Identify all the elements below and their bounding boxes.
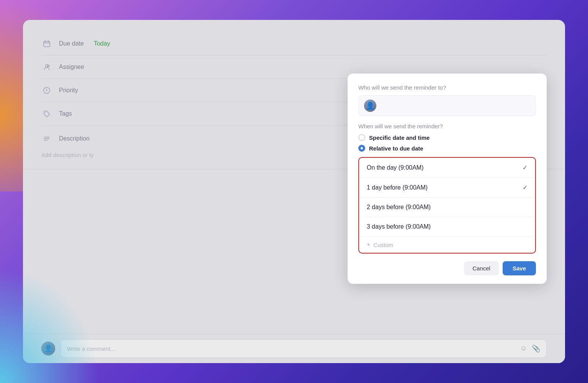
tag-icon	[41, 108, 52, 119]
radio-relative-label: Relative to due date	[369, 145, 423, 152]
option-on-day[interactable]: On the day (9:00AM) ✓	[359, 158, 535, 178]
due-date-value: Today	[94, 40, 110, 47]
svg-point-9	[45, 112, 46, 113]
svg-rect-0	[44, 41, 50, 47]
custom-label: Custom	[373, 242, 393, 248]
option-2-days[interactable]: 2 days before (9:00AM)	[359, 198, 535, 217]
check-on-day: ✓	[523, 164, 528, 171]
due-date-row[interactable]: Due date Today	[41, 32, 547, 56]
calendar-icon	[41, 38, 52, 49]
radio-specific-circle	[358, 134, 365, 141]
selected-assignee-avatar	[364, 100, 376, 112]
option-1-day-label: 1 day before (9:00AM)	[367, 184, 428, 191]
radio-specific[interactable]: Specific date and time	[358, 134, 536, 141]
svg-point-8	[46, 92, 47, 92]
option-3-days[interactable]: 3 days before (9:00AM)	[359, 217, 535, 237]
comment-input-wrapper[interactable]: Write a comment... ☺ 📎	[60, 339, 547, 358]
radio-specific-label: Specific date and time	[369, 134, 430, 141]
svg-point-5	[47, 65, 49, 67]
custom-option[interactable]: + Custom	[359, 237, 535, 253]
option-3-days-label: 3 days before (9:00AM)	[367, 223, 431, 230]
option-on-day-label: On the day (9:00AM)	[367, 164, 424, 171]
timing-options-list: On the day (9:00AM) ✓ 1 day before (9:00…	[358, 157, 536, 254]
emoji-icon[interactable]: ☺	[520, 344, 527, 353]
option-2-days-label: 2 days before (9:00AM)	[367, 204, 431, 211]
who-question: Who will we send the reminder to?	[358, 84, 536, 91]
tags-label: Tags	[59, 110, 72, 117]
custom-plus-icon: +	[367, 241, 370, 248]
radio-group: Specific date and time Relative to due d…	[358, 134, 536, 152]
assignee-selector[interactable]	[358, 95, 536, 116]
reminder-modal: Who will we send the reminder to? When w…	[348, 74, 547, 284]
description-icon	[41, 133, 52, 144]
when-question: When will we send the reminder?	[358, 123, 536, 129]
exclamation-icon	[41, 85, 52, 96]
priority-label: Priority	[59, 87, 78, 94]
main-card: Due date Today Assignee	[23, 20, 565, 363]
option-1-day[interactable]: 1 day before (9:00AM) ✓	[359, 178, 535, 198]
check-1-day: ✓	[523, 184, 528, 191]
due-date-label: Due date	[59, 40, 84, 47]
comment-user-avatar	[41, 342, 55, 355]
radio-relative[interactable]: Relative to due date	[358, 145, 536, 152]
comment-bar: Write a comment... ☺ 📎	[23, 334, 565, 363]
modal-actions: Cancel Save	[358, 261, 536, 275]
description-label: Description	[59, 135, 90, 142]
save-button[interactable]: Save	[503, 261, 536, 275]
radio-relative-circle	[358, 145, 365, 152]
cancel-button[interactable]: Cancel	[464, 261, 499, 275]
assignee-label: Assignee	[59, 64, 84, 70]
comment-icons: ☺ 📎	[520, 344, 540, 353]
attachment-icon[interactable]: 📎	[532, 344, 540, 353]
person-icon	[41, 62, 52, 72]
comment-placeholder: Write a comment...	[67, 345, 516, 352]
